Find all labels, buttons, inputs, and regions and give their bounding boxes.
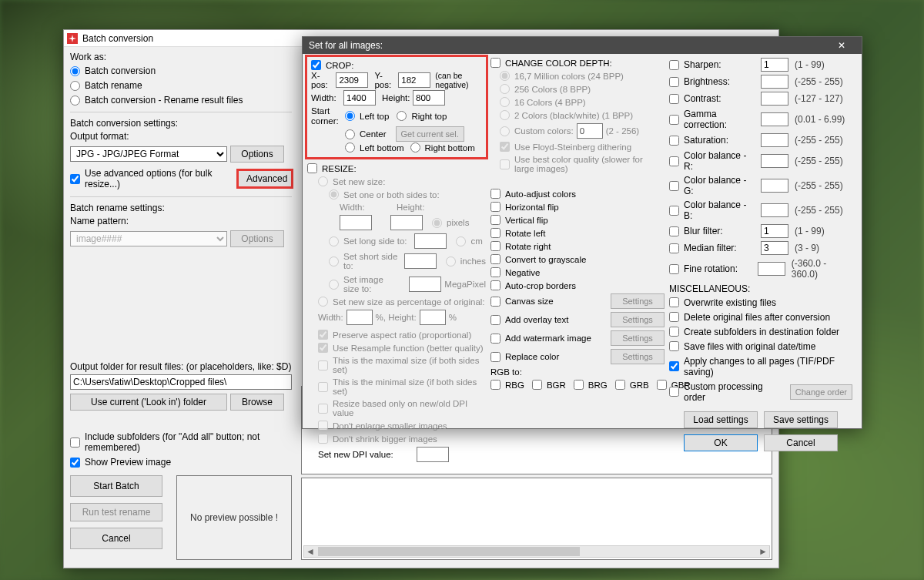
subfolders-check[interactable] <box>669 327 679 337</box>
modal-cancel-button[interactable]: Cancel <box>764 434 838 451</box>
resize-check[interactable] <box>307 163 317 173</box>
cbg-input[interactable] <box>761 179 788 193</box>
brightness-input[interactable] <box>761 75 788 89</box>
hflip-check[interactable] <box>490 202 500 212</box>
resize-width-label: Width: <box>340 203 378 212</box>
cbr-input[interactable] <box>761 154 788 168</box>
grb-check[interactable] <box>615 380 625 390</box>
cbb-input[interactable] <box>761 203 788 217</box>
minimal-check <box>318 382 328 392</box>
name-pattern-select[interactable]: image#### <box>70 231 227 246</box>
corner-lt-radio[interactable] <box>345 111 355 121</box>
median-check[interactable] <box>669 243 679 253</box>
rotl-check[interactable] <box>490 228 500 238</box>
contrast-input[interactable] <box>761 92 788 106</box>
scroll-right-icon[interactable]: ► <box>757 546 769 557</box>
neg-check[interactable] <box>490 267 500 277</box>
fine-input[interactable] <box>758 262 785 276</box>
radio-label: Batch rename <box>85 80 142 91</box>
browse-button[interactable]: Browse <box>230 394 284 411</box>
replace-check[interactable] <box>490 352 500 362</box>
radio-label: Batch conversion - Rename result files <box>85 95 243 106</box>
dpi-based-label: Resize based only on new/old DPI value <box>333 399 486 417</box>
save-settings-button[interactable]: Save settings <box>764 411 838 428</box>
rotr-check[interactable] <box>490 241 500 251</box>
use-advanced-check[interactable] <box>70 174 80 184</box>
custom-order-check[interactable] <box>669 387 679 397</box>
vflip-check[interactable] <box>490 215 500 225</box>
dpi-input[interactable] <box>417 447 449 462</box>
gbr-check[interactable] <box>657 380 667 390</box>
gamma-input[interactable] <box>761 112 788 126</box>
corner-center-radio[interactable] <box>345 129 355 139</box>
set-one-both-radio <box>329 189 339 199</box>
radio-batch-conv-rename[interactable] <box>70 96 80 106</box>
cancel-button[interactable]: Cancel <box>70 528 162 549</box>
blur-input[interactable] <box>761 224 788 238</box>
cbr-check[interactable] <box>669 156 679 166</box>
savedate-check[interactable] <box>669 341 679 351</box>
overlay-check[interactable] <box>490 315 500 325</box>
modal-titlebar[interactable]: Set for all images: ✕ <box>303 37 862 54</box>
scroll-left-icon[interactable]: ◄ <box>304 546 316 557</box>
blur-check[interactable] <box>669 226 679 236</box>
replace-settings-btn: Settings <box>611 349 665 364</box>
scroll-thumb[interactable] <box>318 547 580 556</box>
show-preview-label: Show Preview image <box>85 457 171 468</box>
crop-check[interactable] <box>311 60 321 70</box>
show-preview-check[interactable] <box>70 458 80 468</box>
autocrop-check[interactable] <box>490 280 500 290</box>
rotr-label: Rotate right <box>505 242 551 251</box>
depth-custom-radio <box>500 126 510 136</box>
auto-adjust-check[interactable] <box>490 189 500 199</box>
radio-label: Batch conversion <box>85 65 156 76</box>
depth-2-label: 2 Colors (black/white) (1 BPP) <box>514 111 633 120</box>
median-input[interactable] <box>761 241 788 255</box>
depth-check[interactable] <box>490 58 500 68</box>
cbg-range: (-255 - 255) <box>795 180 843 191</box>
horizontal-scrollbar[interactable]: ◄ ► <box>303 545 770 558</box>
corner-rt-radio[interactable] <box>397 111 407 121</box>
include-subfolders-check[interactable] <box>70 438 80 448</box>
bgr-check[interactable] <box>532 380 542 390</box>
allpages-check[interactable] <box>669 361 679 371</box>
canvas-check[interactable] <box>490 297 500 307</box>
saturation-input[interactable] <box>761 133 788 147</box>
overwrite-check[interactable] <box>669 297 679 307</box>
cbg-check[interactable] <box>669 181 679 191</box>
delete-check[interactable] <box>669 312 679 322</box>
crop-width-input[interactable] <box>343 90 376 106</box>
rotl-label: Rotate left <box>505 229 545 238</box>
xpos-input[interactable] <box>336 72 368 88</box>
depth-24-label: 16,7 Million colors (24 BPP) <box>514 72 624 81</box>
set-new-size-radio <box>318 176 328 186</box>
gray-check[interactable] <box>490 254 500 264</box>
watermark-check[interactable] <box>490 334 500 344</box>
radio-batch-rename[interactable] <box>70 81 80 91</box>
cbb-check[interactable] <box>669 206 679 216</box>
contrast-check[interactable] <box>669 94 679 104</box>
start-batch-button[interactable]: Start Batch <box>70 475 162 497</box>
use-current-button[interactable]: Use current ('Look in') folder <box>70 394 227 411</box>
rbg-check[interactable] <box>490 380 500 390</box>
radio-batch-conversion[interactable] <box>70 66 80 76</box>
sharpen-check[interactable] <box>669 60 679 70</box>
brg-check[interactable] <box>574 380 584 390</box>
advanced-button[interactable]: Advanced <box>238 170 292 187</box>
ok-button[interactable]: OK <box>684 434 758 451</box>
brightness-check[interactable] <box>669 77 679 87</box>
close-icon[interactable]: ✕ <box>828 40 855 51</box>
output-format-select[interactable]: JPG - JPG/JPEG Format <box>70 146 227 162</box>
fine-check[interactable] <box>669 264 679 274</box>
corner-lb-radio[interactable] <box>345 142 355 153</box>
corner-rb-radio[interactable] <box>410 142 420 153</box>
ypos-input[interactable] <box>398 72 430 88</box>
options-button[interactable]: Options <box>230 146 284 163</box>
load-settings-button[interactable]: Load settings <box>684 411 758 428</box>
output-folder-input[interactable] <box>70 374 292 390</box>
saturation-check[interactable] <box>669 136 679 146</box>
crop-height-input[interactable] <box>413 90 445 106</box>
gamma-check[interactable] <box>669 115 679 125</box>
sharpen-input[interactable] <box>761 58 788 72</box>
corner-c-label: Center <box>360 129 387 139</box>
